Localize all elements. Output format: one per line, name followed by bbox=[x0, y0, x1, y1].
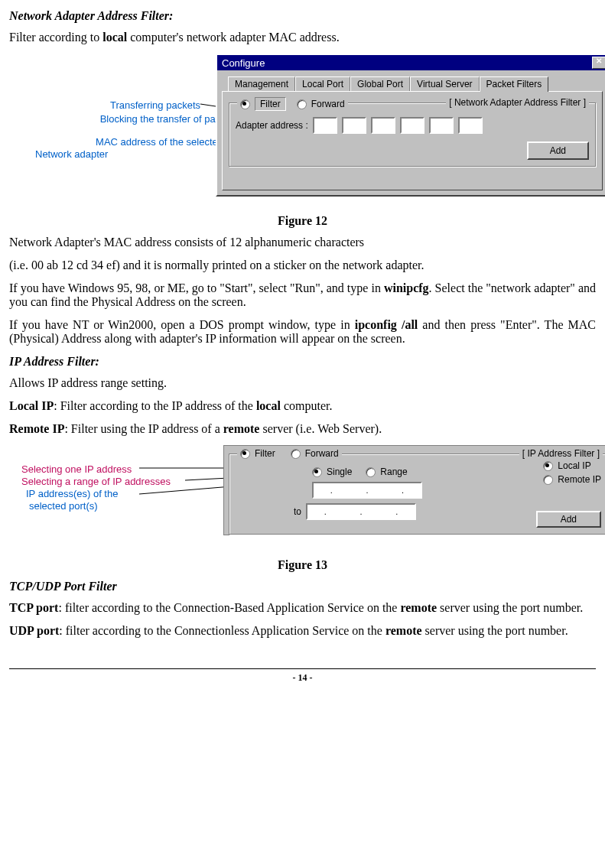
add-button[interactable]: Add bbox=[527, 141, 589, 160]
mac-input-6[interactable] bbox=[458, 117, 483, 134]
paragraph: Allows IP address range setting. bbox=[9, 376, 596, 390]
text: computer. bbox=[281, 399, 333, 412]
tab-virtual-server[interactable]: Virtual Server bbox=[410, 76, 479, 91]
text: computer's network adapter MAC address. bbox=[127, 31, 339, 44]
ip-filter-panel: [ IP Address Filter ] Filter Forward Sin… bbox=[223, 445, 605, 535]
figure-12: Transferring packets Blocking the transf… bbox=[9, 54, 596, 206]
annotation-mac1: MAC address of the selected bbox=[24, 136, 223, 148]
filter-forward-radios: Filter Forward bbox=[237, 448, 342, 459]
text: : filter according to the Connectionless… bbox=[59, 624, 385, 637]
radio-filter-label: Filter bbox=[255, 448, 275, 459]
radio-range[interactable] bbox=[366, 467, 376, 477]
radio-forward-label: Forward bbox=[305, 448, 339, 459]
text-bold: remote bbox=[400, 601, 437, 614]
radio-range-label: Range bbox=[380, 467, 407, 477]
text-bold: Local IP bbox=[9, 399, 54, 412]
mac-input-3[interactable] bbox=[371, 117, 395, 134]
figure-caption: Figure 13 bbox=[9, 558, 596, 572]
text: server (i.e. Web Server). bbox=[259, 422, 382, 435]
group-title: [ Network Adapter Address Filter ] bbox=[446, 97, 589, 108]
text: : filter according to the Connection-Bas… bbox=[58, 601, 400, 614]
text-bold: UDP port bbox=[9, 624, 59, 637]
panel: [ Network Adapter Address Filter ] Filte… bbox=[222, 91, 603, 190]
window-title: Configure bbox=[222, 57, 265, 69]
text: : Filter using the IP address of a bbox=[64, 422, 223, 435]
tab-global-port[interactable]: Global Port bbox=[350, 76, 410, 91]
page-footer: - 14 - bbox=[9, 668, 596, 684]
figure-caption: Figure 12 bbox=[9, 214, 596, 228]
groupbox-ip-filter: [ IP Address Filter ] Filter Forward Sin… bbox=[229, 454, 605, 535]
mac-input-1[interactable] bbox=[313, 117, 337, 134]
text-bold: Remote IP bbox=[9, 422, 64, 435]
text-bold: remote bbox=[223, 422, 260, 435]
annotation-single: Selecting one IP address bbox=[21, 463, 132, 475]
paragraph: Remote IP: Filter using the IP address o… bbox=[9, 422, 596, 436]
groupbox-adapter-filter: [ Network Adapter Address Filter ] Filte… bbox=[229, 102, 596, 167]
radio-single[interactable] bbox=[312, 467, 322, 477]
radio-remote-ip[interactable] bbox=[543, 475, 553, 485]
adapter-address-label: Adapter address : bbox=[236, 120, 308, 131]
radio-local-ip[interactable] bbox=[543, 461, 553, 471]
paragraph: If you have NT or Win2000, open a DOS pr… bbox=[9, 318, 596, 346]
local-remote-radios: Local IP Remote IP bbox=[543, 460, 601, 488]
paragraph: Local IP: Filter according to the IP add… bbox=[9, 399, 596, 413]
annotation-transferring: Transferring packets bbox=[24, 99, 200, 111]
ip-input-from[interactable]: ... bbox=[312, 482, 422, 499]
titlebar: Configure ✕ bbox=[217, 55, 605, 70]
radio-single-label: Single bbox=[327, 467, 352, 477]
to-label: to bbox=[294, 506, 301, 517]
configure-window: Configure ✕ Management Local Port Global… bbox=[216, 54, 605, 197]
radio-forward[interactable] bbox=[297, 99, 307, 109]
group-title: [ IP Address Filter ] bbox=[519, 448, 603, 459]
paragraph: (i.e. 00 ab 12 cd 34 ef) and it is norma… bbox=[9, 258, 596, 272]
text: server using the port number. bbox=[437, 601, 583, 614]
annotation-ip1: IP address(es) of the bbox=[26, 488, 118, 499]
mac-input-2[interactable] bbox=[342, 117, 366, 134]
paragraph: TCP port: filter according to the Connec… bbox=[9, 601, 596, 615]
radio-filter[interactable] bbox=[240, 99, 250, 109]
text-bold: local bbox=[102, 31, 127, 44]
section-heading: IP Address Filter: bbox=[9, 355, 596, 369]
mac-inputs bbox=[313, 117, 483, 134]
radio-forward-label: Forward bbox=[311, 99, 345, 109]
text-bold: TCP port bbox=[9, 601, 58, 614]
paragraph: Network Adapter's MAC address consists o… bbox=[9, 236, 596, 249]
text-bold: ipconfig /all bbox=[355, 318, 418, 331]
paragraph: If you have Windows 95, 98, or ME, go to… bbox=[9, 281, 596, 309]
paragraph: Filter according to local computer's net… bbox=[9, 31, 596, 44]
radio-local-label: Local IP bbox=[558, 460, 590, 471]
text: If you have NT or Win2000, open a DOS pr… bbox=[9, 318, 355, 331]
filter-forward-radios: Filter Forward bbox=[237, 97, 348, 111]
ip-input-to[interactable]: ... bbox=[306, 503, 416, 520]
paragraph: UDP port: filter according to the Connec… bbox=[9, 624, 596, 638]
text: Filter according to bbox=[9, 31, 102, 44]
mac-input-5[interactable] bbox=[429, 117, 454, 134]
text: If you have Windows 95, 98, or ME, go to… bbox=[9, 281, 384, 294]
tab-management[interactable]: Management bbox=[228, 76, 295, 91]
tab-packet-filters[interactable]: Packet Filters bbox=[480, 76, 549, 92]
radio-remote-label: Remote IP bbox=[558, 474, 601, 485]
add-button[interactable]: Add bbox=[536, 511, 601, 528]
text-bold: local bbox=[256, 399, 281, 412]
radio-filter-label: Filter bbox=[255, 97, 286, 111]
text-bold: winipcfg bbox=[384, 281, 429, 294]
section-heading: TCP/UDP Port Filter bbox=[9, 580, 596, 593]
text-bold: remote bbox=[385, 624, 422, 637]
radio-forward[interactable] bbox=[291, 449, 301, 459]
figure-13: Selecting one IP address Selecting a ran… bbox=[9, 445, 596, 537]
tabs: Management Local Port Global Port Virtua… bbox=[217, 70, 605, 91]
section-heading: Network Adapter Address Filter: bbox=[9, 9, 596, 23]
close-button[interactable]: ✕ bbox=[592, 57, 605, 69]
text: : Filter according to the IP address of … bbox=[54, 399, 256, 412]
annotation-ip2: selected port(s) bbox=[29, 500, 98, 512]
text: server using the port number. bbox=[422, 624, 568, 637]
mac-input-4[interactable] bbox=[400, 117, 424, 134]
tab-local-port[interactable]: Local Port bbox=[295, 76, 350, 91]
radio-filter[interactable] bbox=[240, 449, 250, 459]
